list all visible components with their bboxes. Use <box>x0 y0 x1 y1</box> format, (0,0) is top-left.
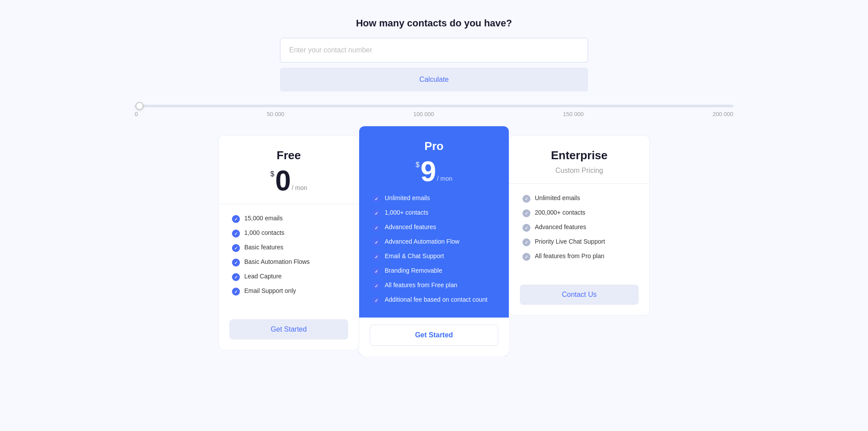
feature-label: Additional fee based on contact count <box>385 296 488 303</box>
check-icon <box>372 209 380 217</box>
slider-track[interactable] <box>135 105 733 107</box>
enterprise-plan-subtitle: Custom Pricing <box>522 167 636 175</box>
list-item: Branding Removable <box>372 267 496 275</box>
feature-label: Advanced Automation Flow <box>385 238 460 245</box>
list-item: Lead Capture <box>232 273 346 281</box>
enterprise-plan-features: Unlimited emails 200,000+ contacts Advan… <box>509 184 649 278</box>
list-item: Unlimited emails <box>372 194 496 203</box>
feature-label: Priority Live Chat Support <box>535 238 605 245</box>
check-icon <box>232 273 240 281</box>
check-icon <box>372 238 380 246</box>
pro-plan-header: Pro $ 9 / mon <box>359 126 509 190</box>
calculate-button[interactable]: Calculate <box>280 68 588 91</box>
list-item: All features from Pro plan <box>522 252 636 261</box>
slider-label-50k: 50 000 <box>267 111 284 117</box>
list-item: Priority Live Chat Support <box>522 238 636 246</box>
list-item: Advanced Automation Flow <box>372 238 496 246</box>
slider-label-100k: 100 000 <box>413 111 434 117</box>
feature-label: Basic features <box>244 244 283 251</box>
free-plan-header: Free $ 0 / mon <box>219 135 359 204</box>
enterprise-plan-name: Enterprise <box>522 149 636 162</box>
feature-label: 1,000+ contacts <box>385 209 428 216</box>
feature-label: Advanced features <box>385 223 436 230</box>
feature-label: 15,000 emails <box>244 215 283 222</box>
free-plan-card: Free $ 0 / mon 15,000 emails 1,000 conta… <box>218 135 359 351</box>
enterprise-plan-card: Enterprise Custom Pricing Unlimited emai… <box>509 135 650 316</box>
check-icon <box>232 230 240 237</box>
free-plan-action: Get Started <box>219 312 359 350</box>
pro-price-period: / mon <box>437 175 452 182</box>
check-icon <box>372 282 380 290</box>
contacts-slider-container: 0 50 000 100 000 150 000 200 000 <box>126 105 742 117</box>
check-icon <box>232 244 240 252</box>
list-item: Basic Automation Flows <box>232 258 346 267</box>
pro-plan-action: Get Started <box>359 318 509 356</box>
list-item: Basic features <box>232 244 346 252</box>
enterprise-plan-action: Contact Us <box>509 278 649 315</box>
check-icon <box>232 288 240 296</box>
check-icon <box>232 215 240 223</box>
feature-label: All features from Free plan <box>385 281 457 289</box>
contact-number-input[interactable] <box>280 38 588 62</box>
list-item: 1,000+ contacts <box>372 209 496 217</box>
check-icon <box>522 238 530 246</box>
list-item: 200,000+ contacts <box>522 209 636 217</box>
check-icon <box>522 209 530 217</box>
free-plan-name: Free <box>232 149 346 162</box>
pro-price-amount: 9 <box>420 157 436 186</box>
free-price-period: / mon <box>292 184 307 191</box>
feature-label: Basic Automation Flows <box>244 258 310 265</box>
list-item: Advanced features <box>372 223 496 232</box>
feature-label: 200,000+ contacts <box>535 209 585 216</box>
free-price-dollar: $ <box>270 170 274 178</box>
feature-label: 1,000 contacts <box>244 229 284 236</box>
list-item: All features from Free plan <box>372 281 496 290</box>
pro-get-started-button[interactable]: Get Started <box>370 325 498 346</box>
enterprise-plan-header: Enterprise Custom Pricing <box>509 135 649 184</box>
enterprise-contact-button[interactable]: Contact Us <box>520 285 639 305</box>
slider-thumb[interactable] <box>136 102 143 110</box>
feature-label: Unlimited emails <box>385 194 430 201</box>
pro-plan-features-block: Unlimited emails 1,000+ contacts Advance… <box>359 190 509 318</box>
slider-label-200k: 200 000 <box>713 111 733 117</box>
list-item: Advanced features <box>522 223 636 232</box>
check-icon <box>372 267 380 275</box>
pro-plan-card: Pro $ 9 / mon Unlimited emails 1,000+ co… <box>359 126 509 356</box>
plans-container: Free $ 0 / mon 15,000 emails 1,000 conta… <box>218 135 650 356</box>
pro-plan-price: $ 9 / mon <box>372 157 496 186</box>
check-icon <box>372 195 380 203</box>
check-icon <box>372 224 380 232</box>
slider-label-0: 0 <box>135 111 138 117</box>
pro-plan-name: Pro <box>372 139 496 153</box>
free-plan-features: 15,000 emails 1,000 contacts Basic featu… <box>219 204 359 312</box>
list-item: Email Support only <box>232 287 346 296</box>
check-icon <box>522 253 530 261</box>
feature-label: Unlimited emails <box>535 194 580 201</box>
free-get-started-button[interactable]: Get Started <box>229 319 348 340</box>
check-icon <box>522 224 530 232</box>
check-icon <box>372 296 380 304</box>
feature-label: All features from Pro plan <box>535 252 604 259</box>
feature-label: Advanced features <box>535 223 586 230</box>
check-icon <box>372 253 380 261</box>
check-icon <box>522 195 530 203</box>
list-item: 15,000 emails <box>232 215 346 223</box>
check-icon <box>232 259 240 267</box>
list-item: 1,000 contacts <box>232 229 346 237</box>
list-item: Additional fee based on contact count <box>372 296 496 304</box>
list-item: Email & Chat Support <box>372 252 496 261</box>
list-item: Unlimited emails <box>522 194 636 203</box>
free-plan-price: $ 0 / mon <box>232 167 346 195</box>
feature-label: Email Support only <box>244 287 296 294</box>
slider-labels: 0 50 000 100 000 150 000 200 000 <box>135 111 733 117</box>
page-title: How many contacts do you have? <box>356 18 512 29</box>
feature-label: Email & Chat Support <box>385 252 444 259</box>
feature-label: Lead Capture <box>244 273 282 280</box>
slider-label-150k: 150 000 <box>563 111 584 117</box>
pro-price-dollar: $ <box>416 161 419 169</box>
feature-label: Branding Removable <box>385 267 442 274</box>
free-price-amount: 0 <box>275 167 291 195</box>
